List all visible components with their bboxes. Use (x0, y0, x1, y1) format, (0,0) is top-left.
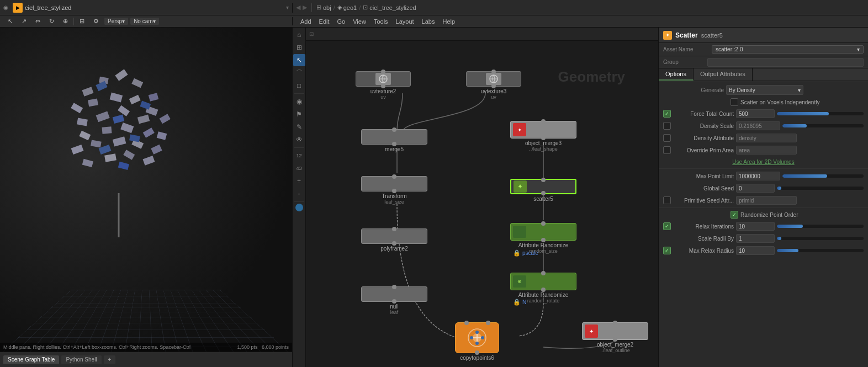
node-canvas[interactable]: Geometry (306, 41, 658, 367)
tool-note[interactable]: ✎ (293, 121, 305, 133)
menu-add[interactable]: Add (297, 18, 315, 25)
relax-iterations-input[interactable] (736, 222, 775, 231)
max-relax-radius-slider[interactable] (777, 249, 864, 252)
menu-edit[interactable]: Edit (316, 18, 333, 25)
density-attribute-input[interactable] (736, 134, 797, 142)
menu-go[interactable]: Go (334, 18, 349, 25)
tool-rotate[interactable]: ↻ (46, 17, 57, 25)
density-scale-checkbox[interactable] (663, 122, 671, 130)
viewport-cam-btn[interactable]: No cam▾ (130, 18, 158, 25)
scatter-node-icon: ✦ (663, 31, 672, 40)
relax-iterations-slider[interactable] (777, 225, 864, 228)
svg-rect-31 (140, 101, 151, 110)
tool-settings[interactable]: ⚙ (90, 17, 102, 25)
tool-toggle[interactable] (295, 204, 303, 211)
tool-eye[interactable]: 👁 (293, 134, 305, 146)
max-relax-radius-input[interactable] (736, 246, 775, 255)
tool-pin[interactable]: ◉ (293, 95, 305, 108)
max-point-limit-input[interactable] (736, 172, 780, 180)
randomize-order-checkbox[interactable] (731, 211, 738, 219)
node-object-merge2[interactable]: ✦ object_merge2 ../leaf_outline (582, 322, 648, 353)
menu-labs[interactable]: Labs (419, 18, 438, 25)
generate-dropdown[interactable]: By Density ▾ (726, 85, 803, 95)
group-input[interactable] (707, 58, 864, 67)
props-node-name: scatter5 (701, 32, 723, 39)
tool-43[interactable]: 43 (293, 162, 305, 174)
node-connector-bottom (613, 337, 617, 342)
menu-help[interactable]: Help (439, 18, 458, 25)
global-seed-input[interactable] (736, 184, 775, 193)
props-asset-row: Asset Name scatter::2.0 ▾ (659, 43, 868, 56)
node-null-leaf[interactable]: null leaf (361, 286, 427, 315)
svg-rect-15 (137, 115, 150, 124)
relax-iterations-checkbox[interactable] (663, 222, 671, 230)
tool-zoom-in[interactable]: + (293, 175, 305, 187)
properties-panel: ✦ Scatter scatter5 Asset Name scatter::2… (658, 28, 868, 367)
tool-grid[interactable]: ⊞ (293, 41, 305, 54)
top-bar-left: ◉ ▶ ciel_tree_stylized ▾ (0, 3, 293, 13)
node-label-uvtexture3: uvtexture3 (481, 88, 507, 94)
obj-icon: ⊞ (316, 4, 321, 11)
tool-select2[interactable]: ↗ (18, 17, 30, 25)
menu-tools[interactable]: Tools (371, 18, 391, 25)
nav-item-tree[interactable]: ⊡ ciel_tree_stylized (363, 4, 416, 11)
tool-scale[interactable]: ⊕ (60, 17, 71, 25)
tool-select[interactable]: ↖ (4, 17, 16, 25)
randomize-order-row: Randomize Point Order (659, 209, 868, 220)
primitive-seed-input[interactable] (736, 196, 797, 205)
tool-home[interactable]: ⌂ (293, 29, 305, 41)
scatter-voxels-checkbox[interactable] (731, 98, 738, 106)
tool-12[interactable]: 12 (293, 150, 305, 162)
nav-back-btn[interactable]: ◀ (296, 4, 300, 11)
menu-view[interactable]: View (350, 18, 369, 25)
asset-name-value[interactable]: scatter::2.0 ▾ (712, 45, 864, 54)
tab-add-btn[interactable]: + (104, 355, 116, 364)
override-prim-area-checkbox[interactable] (663, 146, 671, 154)
node-polyframe2[interactable]: polyframe2 (361, 228, 427, 252)
tab-python-shell[interactable]: Python Shell (61, 355, 101, 364)
node-uvtexture3[interactable]: uvtexture3 uv (466, 71, 521, 100)
tool-box[interactable]: □ (293, 79, 305, 92)
scale-radii-input[interactable] (736, 234, 775, 243)
density-scale-slider[interactable] (782, 124, 864, 127)
tool-move[interactable]: ⇔ (32, 17, 44, 25)
global-seed-slider[interactable] (777, 187, 864, 190)
scale-radii-slider[interactable] (777, 237, 864, 240)
tool-zoom-out[interactable]: - (293, 188, 305, 200)
node-object-merge3[interactable]: ✦ object_merge3 ../leaf_shape (510, 121, 576, 152)
force-total-count-slider[interactable] (777, 112, 864, 115)
max-point-limit-slider[interactable] (782, 174, 864, 178)
node-merge5[interactable]: merge5 (361, 129, 427, 152)
viewport-canvas[interactable] (0, 28, 292, 354)
nav-item-obj[interactable]: ⊞ obj (316, 4, 331, 11)
use-area-link[interactable]: Use Area for 2D Volumes (732, 159, 794, 165)
nav-item-geo1[interactable]: ◈ geo1 (337, 4, 357, 11)
tab-options[interactable]: Options (659, 68, 694, 81)
tool-select-active[interactable]: ↖ (293, 54, 305, 66)
tool-flag[interactable]: ⚑ (293, 108, 305, 120)
node-uvtexture2[interactable]: uvtexture2 uv (356, 71, 411, 100)
tool-snap[interactable]: ⊞ (76, 17, 88, 25)
force-total-count-checkbox[interactable] (663, 110, 671, 118)
node-transform[interactable]: Transform leaf_size (361, 176, 427, 205)
tab-scene-graph[interactable]: Scene Graph Table (3, 355, 59, 364)
viewport-persp-btn[interactable]: Persp▾ (104, 18, 128, 25)
tab-output-attributes[interactable]: Output Attributes (694, 68, 753, 81)
node-label-merge5: merge5 (385, 146, 404, 152)
override-prim-area-label: Override Prim Area (673, 147, 734, 153)
max-relax-radius-checkbox[interactable] (663, 247, 671, 254)
force-total-count-label: Force Total Count (673, 111, 734, 117)
primitive-seed-checkbox[interactable] (663, 196, 671, 204)
node-scatter5[interactable]: ✦ scatter5 (510, 179, 576, 202)
menu-layout[interactable]: Layout (393, 18, 417, 25)
force-total-count-input[interactable] (736, 109, 775, 118)
density-attribute-checkbox[interactable] (663, 134, 671, 142)
node-copytopoints6[interactable]: copytopoints6 (455, 322, 499, 361)
nav-forward-btn[interactable]: ▶ (303, 4, 307, 11)
density-scale-input[interactable] (736, 121, 780, 130)
override-prim-area-input[interactable] (736, 146, 797, 155)
window-controls[interactable]: ▾ (286, 4, 289, 10)
tool-lasso[interactable]: ⌒ (293, 67, 305, 79)
toolbar-divider3 (294, 201, 304, 202)
node-label-scatter5: scatter5 (533, 196, 553, 202)
